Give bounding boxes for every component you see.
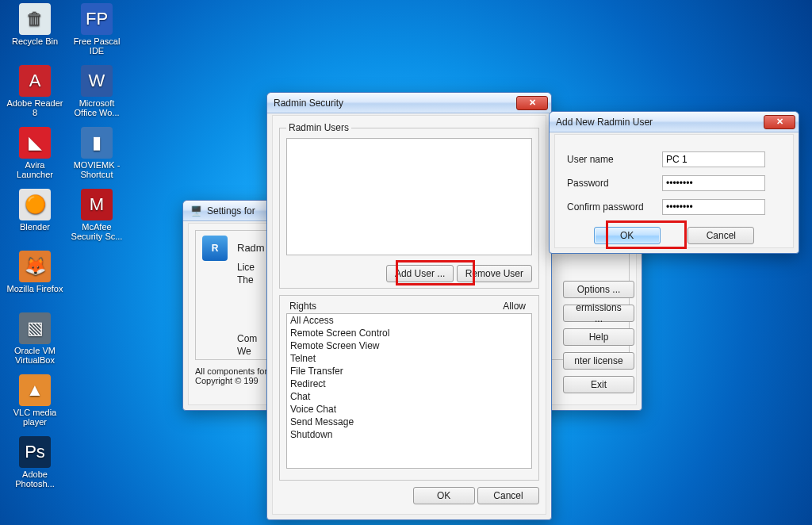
desktop-icon-label: Adobe Photosh... bbox=[6, 469, 63, 489]
add-user-button[interactable]: Add User ... bbox=[386, 265, 454, 282]
add-user-body: User name Password Confirm password OK C… bbox=[554, 134, 794, 248]
radmin-users-listbox[interactable] bbox=[286, 138, 532, 255]
desktop-icon-label: Mozilla Firefox bbox=[6, 284, 63, 293]
rights-list-item[interactable]: Telnet bbox=[287, 352, 531, 365]
desktop-icon[interactable]: MMcAfee Security Sc... bbox=[68, 189, 125, 241]
desktop-icon-image: 🟠 bbox=[19, 189, 51, 220]
desktop-icon-label: McAfee Security Sc... bbox=[68, 222, 125, 241]
desktop-icon[interactable]: AAdobe Reader 8 bbox=[6, 65, 63, 117]
rights-list-item[interactable]: Redirect bbox=[287, 377, 531, 390]
desktop-icon-image: ▧ bbox=[19, 312, 51, 344]
desktop-icon-label: VLC media player bbox=[6, 408, 63, 427]
rights-list-item[interactable]: Remote Screen View bbox=[287, 339, 531, 352]
username-input[interactable] bbox=[662, 151, 765, 167]
desktop-icon-image: ▲ bbox=[19, 374, 51, 406]
add-user-ok-button[interactable]: OK bbox=[594, 227, 661, 244]
add-user-title: Add New Radmin User bbox=[556, 117, 653, 128]
options-button[interactable]: Options ... bbox=[563, 281, 634, 298]
desktop-icon-image: A bbox=[19, 65, 51, 97]
security-titlebar[interactable]: Radmin Security ✕ bbox=[267, 93, 551, 113]
confirm-password-label: Confirm password bbox=[567, 201, 644, 213]
rights-list-item[interactable]: Shutdown bbox=[287, 428, 531, 441]
rights-list-item[interactable]: Chat bbox=[287, 390, 531, 403]
password-label: Password bbox=[567, 178, 609, 189]
security-title: Radmin Security bbox=[274, 98, 343, 109]
rights-label: Rights bbox=[289, 301, 316, 312]
license-line: Lice bbox=[237, 262, 265, 273]
desktop-icon-image: W bbox=[81, 65, 113, 97]
add-user-cancel-button[interactable]: Cancel bbox=[688, 227, 754, 244]
add-user-window: Add New Radmin User ✕ User name Password… bbox=[549, 111, 799, 254]
rights-list-item[interactable]: File Transfer bbox=[287, 365, 531, 377]
add-user-close-button[interactable]: ✕ bbox=[764, 115, 795, 129]
settings-side-buttons: Options ... ermissions ... Help nter lic… bbox=[563, 281, 634, 393]
the-line: The bbox=[237, 274, 265, 285]
desktop-icon-image: 🗑 bbox=[19, 3, 51, 35]
desktop-icon[interactable]: PsAdobe Photosh... bbox=[6, 436, 63, 489]
desktop-icon[interactable]: FPFree Pascal IDE bbox=[68, 3, 125, 56]
desktop-icon-image: Ps bbox=[19, 436, 51, 468]
password-input[interactable] bbox=[662, 175, 765, 191]
desktop-icon-label: Recycle Bin bbox=[6, 36, 63, 46]
security-cancel-button[interactable]: Cancel bbox=[477, 487, 539, 504]
desktop-icon[interactable]: 🟠Blender bbox=[6, 189, 63, 232]
com-line: Com bbox=[237, 333, 265, 344]
security-ok-button[interactable]: OK bbox=[413, 487, 475, 504]
desktop-icon[interactable]: 🦊Mozilla Firefox bbox=[6, 251, 63, 293]
remove-user-button[interactable]: Remove User bbox=[457, 265, 532, 282]
desktop-icon-image: 🦊 bbox=[19, 251, 51, 282]
exit-button[interactable]: Exit bbox=[563, 376, 634, 393]
desktop-icon-image: M bbox=[81, 189, 113, 220]
desktop-icon[interactable]: WMicrosoft Office Wo... bbox=[68, 65, 125, 117]
security-body: Radmin Users Add User ... Remove User Ri… bbox=[272, 115, 546, 515]
help-button[interactable]: Help bbox=[563, 328, 634, 346]
desktop-icon-label: Oracle VM VirtualBox bbox=[6, 346, 63, 365]
desktop-icon[interactable]: ▮MOVIEMK - Shortcut bbox=[68, 127, 125, 179]
permissions-button[interactable]: ermissions ... bbox=[563, 305, 634, 322]
footer-components: All components for bbox=[195, 366, 267, 376]
add-user-titlebar[interactable]: Add New Radmin User ✕ bbox=[550, 112, 799, 132]
product-name: Radm bbox=[237, 242, 265, 254]
rights-list-item[interactable]: All Access bbox=[287, 314, 531, 327]
radmin-product-icon: R bbox=[202, 236, 228, 261]
we-line: We bbox=[237, 346, 265, 357]
desktop-icon-label: Adobe Reader 8 bbox=[6, 98, 63, 117]
username-label: User name bbox=[567, 154, 614, 165]
rights-list-item[interactable]: Remote Screen Control bbox=[287, 327, 531, 339]
radmin-users-legend: Radmin Users bbox=[286, 122, 351, 133]
radmin-security-window: Radmin Security ✕ Radmin Users Add User … bbox=[266, 92, 552, 520]
desktop-icon[interactable]: ▧Oracle VM VirtualBox bbox=[6, 312, 63, 365]
desktop-icon-image: ▮ bbox=[81, 127, 113, 159]
desktop-icon-label: MOVIEMK - Shortcut bbox=[68, 160, 125, 179]
security-close-button[interactable]: ✕ bbox=[516, 96, 548, 110]
desktop-icon-label: Avira Launcher bbox=[6, 160, 63, 179]
confirm-password-input[interactable] bbox=[662, 199, 765, 215]
desktop-icon[interactable]: 🗑Recycle Bin bbox=[6, 3, 63, 46]
desktop-icon-image: ◣ bbox=[19, 127, 51, 159]
desktop-icon[interactable]: ◣Avira Launcher bbox=[6, 127, 63, 179]
desktop-icon-label: Microsoft Office Wo... bbox=[68, 98, 125, 117]
rights-listbox[interactable]: All AccessRemote Screen ControlRemote Sc… bbox=[286, 313, 532, 469]
desktop-icon-image: FP bbox=[81, 3, 113, 35]
desktop-icon-label: Free Pascal IDE bbox=[68, 36, 125, 56]
settings-title: Settings for bbox=[207, 205, 255, 217]
settings-titlebar-icon: 🖥️ bbox=[190, 205, 202, 217]
enter-license-button[interactable]: nter license bbox=[563, 352, 634, 370]
rights-list-item[interactable]: Send Message bbox=[287, 416, 531, 428]
allow-label: Allow bbox=[503, 301, 526, 312]
rights-list-item[interactable]: Voice Chat bbox=[287, 403, 531, 416]
desktop-icon[interactable]: ▲VLC media player bbox=[6, 374, 63, 427]
desktop-icon-label: Blender bbox=[6, 222, 63, 232]
footer-copyright: Copyright © 199 bbox=[195, 376, 259, 385]
